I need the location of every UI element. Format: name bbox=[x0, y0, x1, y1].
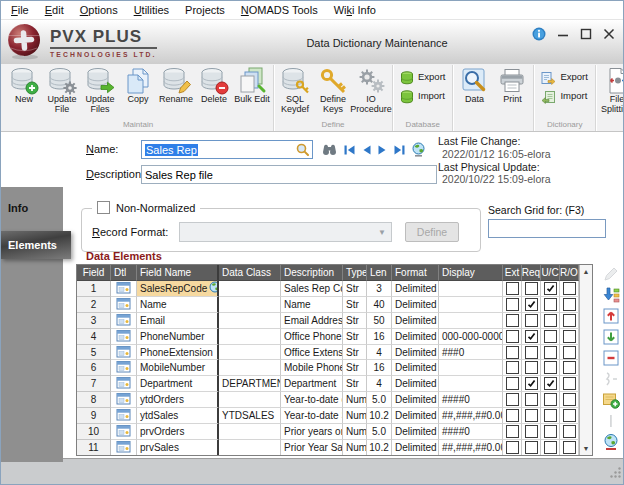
grid-cell-field[interactable]: 9 bbox=[77, 408, 111, 424]
grid-cell-len[interactable]: 50 bbox=[367, 313, 392, 329]
uc-checkbox[interactable] bbox=[544, 441, 557, 454]
first-record-icon[interactable] bbox=[343, 144, 356, 156]
grid-cell-format[interactable]: Delimited bbox=[392, 329, 439, 345]
next-record-icon[interactable] bbox=[377, 144, 388, 156]
grid-cell-len[interactable]: 16 bbox=[367, 329, 392, 345]
delete-button[interactable]: Delete bbox=[195, 65, 233, 105]
bulk-edit-button[interactable]: Bulk Edit bbox=[233, 65, 271, 105]
detail-icon[interactable] bbox=[116, 281, 131, 296]
column-header-len[interactable]: Len bbox=[367, 265, 392, 281]
grid-cell-display[interactable]: ####0 bbox=[439, 424, 503, 440]
close-button[interactable] bbox=[603, 28, 615, 40]
grid-cell-field[interactable]: 11 bbox=[77, 440, 111, 456]
grid-cell-format[interactable]: Delimited bbox=[392, 440, 439, 456]
grid-cell-type[interactable]: Str bbox=[343, 360, 367, 376]
grid-cell-description[interactable]: Year-to-date S bbox=[281, 408, 343, 424]
grid-cell-type[interactable]: Str bbox=[343, 313, 367, 329]
grid-cell-data-class[interactable] bbox=[219, 313, 281, 329]
menu-item-nomads-tools[interactable]: NOMADS Tools bbox=[233, 3, 326, 17]
grid-cell-display[interactable]: ##,###,##0.00 bbox=[439, 440, 503, 456]
binoculars-icon[interactable] bbox=[321, 143, 338, 156]
grid-cell-name[interactable]: prvSales bbox=[137, 440, 219, 456]
req-checkbox[interactable] bbox=[525, 361, 538, 374]
grid-cell-dtl[interactable] bbox=[111, 281, 137, 297]
ro-checkbox[interactable] bbox=[563, 393, 576, 406]
io-procedure-button[interactable]: IO Procedure bbox=[352, 65, 390, 115]
grid-cell-dtl[interactable] bbox=[111, 408, 137, 424]
column-header-format[interactable]: Format bbox=[392, 265, 439, 281]
maximize-button[interactable] bbox=[580, 28, 592, 40]
grid-cell-type[interactable]: Str bbox=[343, 281, 367, 297]
column-header-type[interactable]: Type bbox=[343, 265, 367, 281]
scroll-down-icon[interactable]: ▼ bbox=[583, 442, 590, 455]
grid-cell-description[interactable]: Prior years ord bbox=[281, 424, 343, 440]
uc-checkbox[interactable] bbox=[544, 346, 557, 359]
grid-cell-field[interactable]: 1 bbox=[77, 281, 111, 297]
grid-cell-description[interactable]: Name bbox=[281, 297, 343, 313]
grid-cell-format[interactable]: Delimited bbox=[392, 360, 439, 376]
detail-icon[interactable] bbox=[116, 440, 131, 455]
grid-cell-format[interactable]: Delimited bbox=[392, 408, 439, 424]
ext-checkbox[interactable] bbox=[506, 330, 519, 343]
grid-cell-data-class[interactable] bbox=[219, 360, 281, 376]
ext-checkbox[interactable] bbox=[506, 361, 519, 374]
column-header-description[interactable]: Description bbox=[281, 265, 343, 281]
grid-cell-format[interactable]: Delimited bbox=[392, 297, 439, 313]
rename-button[interactable]: Rename bbox=[157, 65, 195, 105]
grid-cell-description[interactable]: Department bbox=[281, 376, 343, 392]
grid-cell-name[interactable]: Email bbox=[137, 313, 219, 329]
detail-icon[interactable] bbox=[116, 345, 131, 360]
ro-checkbox[interactable] bbox=[563, 282, 576, 295]
sql-keydef-button[interactable]: SQL Keydef bbox=[276, 65, 314, 115]
ext-checkbox[interactable] bbox=[506, 346, 519, 359]
last-record-icon[interactable] bbox=[393, 144, 406, 156]
column-header-u-c[interactable]: U/C bbox=[541, 265, 560, 281]
data-button[interactable]: Data bbox=[455, 65, 493, 105]
tab-elements[interactable]: Elements bbox=[1, 231, 71, 259]
ext-checkbox[interactable] bbox=[506, 377, 519, 390]
globe-publish-icon[interactable] bbox=[411, 142, 426, 157]
column-header-dtl[interactable]: Dtl bbox=[111, 265, 137, 281]
scroll-up-icon[interactable]: ▲ bbox=[583, 265, 590, 278]
update-file-button[interactable]: Update File bbox=[43, 65, 81, 115]
uc-checkbox[interactable] bbox=[544, 314, 557, 327]
grid-cell-field[interactable]: 3 bbox=[77, 313, 111, 329]
ext-checkbox[interactable] bbox=[506, 314, 519, 327]
description-input[interactable]: Sales Rep file bbox=[141, 165, 437, 184]
uc-checkbox[interactable] bbox=[544, 361, 557, 374]
column-header-r-o[interactable]: R/O bbox=[560, 265, 579, 281]
uc-checkbox[interactable] bbox=[544, 409, 557, 422]
req-checkbox[interactable] bbox=[525, 314, 538, 327]
grid-cell-display[interactable]: ##,###,##0.00 bbox=[439, 408, 503, 424]
column-header-req[interactable]: Req bbox=[522, 265, 541, 281]
grid-cell-type[interactable]: Num bbox=[343, 424, 367, 440]
grid-cell-len[interactable]: 4 bbox=[367, 345, 392, 361]
grid-cell-data-class[interactable] bbox=[219, 424, 281, 440]
grid-cell-description[interactable]: Email Address bbox=[281, 313, 343, 329]
grid-cell-type[interactable]: Str bbox=[343, 329, 367, 345]
grid-cell-len[interactable]: 3 bbox=[367, 281, 392, 297]
ro-checkbox[interactable] bbox=[563, 298, 576, 311]
grid-cell-type[interactable]: Num bbox=[343, 392, 367, 408]
detail-icon[interactable] bbox=[116, 408, 131, 423]
detail-icon[interactable] bbox=[116, 313, 131, 328]
update-files-button[interactable]: Update Files bbox=[81, 65, 119, 115]
grid-cell-description[interactable]: Sales Rep Cod bbox=[281, 281, 343, 297]
uc-checkbox[interactable] bbox=[544, 377, 557, 390]
globe-language-icon[interactable] bbox=[602, 433, 620, 451]
grid-cell-display[interactable]: 000-000-0000 bbox=[439, 329, 503, 345]
search-grid-input[interactable] bbox=[488, 219, 606, 238]
grid-cell-type[interactable]: Num bbox=[343, 408, 367, 424]
detail-icon[interactable] bbox=[116, 297, 131, 312]
new-button[interactable]: New bbox=[5, 65, 43, 105]
menu-item-file[interactable]: File bbox=[3, 3, 37, 17]
uc-checkbox[interactable] bbox=[544, 282, 557, 295]
grid-cell-len[interactable]: 4 bbox=[367, 376, 392, 392]
req-checkbox[interactable] bbox=[525, 282, 538, 295]
detail-icon[interactable] bbox=[116, 329, 131, 344]
grid-cell-dtl[interactable] bbox=[111, 376, 137, 392]
detail-icon[interactable] bbox=[116, 424, 131, 439]
req-checkbox[interactable] bbox=[525, 393, 538, 406]
grid-cell-type[interactable]: Str bbox=[343, 376, 367, 392]
record-format-select[interactable]: ▼ bbox=[179, 222, 392, 242]
